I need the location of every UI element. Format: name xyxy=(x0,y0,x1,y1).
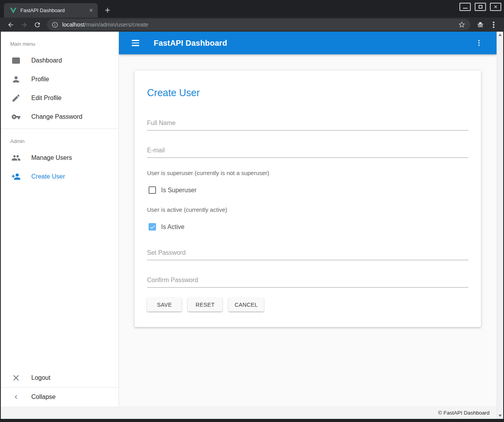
sidebar-item-label: Collapse xyxy=(31,393,56,401)
form-buttons: SAVE RESET CANCEL xyxy=(147,298,468,311)
close-icon xyxy=(11,373,21,383)
sidebar-item-collapse[interactable]: Collapse xyxy=(1,388,118,406)
save-button[interactable]: SAVE xyxy=(147,298,182,311)
window-close-button[interactable]: ✕ xyxy=(490,3,501,11)
dashboard-icon xyxy=(11,56,21,65)
arrow-back-icon xyxy=(7,21,14,29)
scroll-up-arrow-icon[interactable] xyxy=(499,34,502,36)
copyright-text: © FastAPI Dashboard xyxy=(438,410,490,416)
minimize-button[interactable] xyxy=(459,3,471,11)
arrow-forward-icon xyxy=(20,21,28,29)
pencil-icon xyxy=(11,93,21,103)
window-controls: ✕ xyxy=(459,3,501,11)
main-area: FastAPI Dashboard Create User User is su… xyxy=(119,32,497,406)
page-footer: © FastAPI Dashboard xyxy=(1,406,497,419)
chevron-left-icon xyxy=(11,392,21,402)
sidebar-item-label: Change Password xyxy=(31,113,83,120)
address-bar[interactable]: localhost/main/admin/users/create xyxy=(47,19,470,30)
sidebar-bottom: Logout Collapse xyxy=(1,368,118,406)
set-password-field-wrapper xyxy=(147,248,468,260)
minimize-icon xyxy=(463,8,468,9)
checkbox-unchecked-icon[interactable] xyxy=(149,186,156,194)
reload-icon xyxy=(34,21,41,29)
forward-button[interactable] xyxy=(18,19,29,30)
tab-close-icon[interactable]: ✕ xyxy=(88,7,95,14)
close-icon: ✕ xyxy=(493,4,498,9)
sidebar-item-logout[interactable]: Logout xyxy=(1,368,118,387)
person-add-icon xyxy=(11,172,21,181)
sidebar-section-header: Main menu xyxy=(1,36,118,51)
content-area: Create User User is superuser (currently… xyxy=(119,71,497,327)
sidebar-item-dashboard[interactable]: Dashboard xyxy=(1,51,118,70)
tab-title: FastAPI Dashboard xyxy=(20,7,88,13)
new-tab-button[interactable]: + xyxy=(102,4,113,16)
full-name-input[interactable] xyxy=(147,118,468,131)
page-title: Create User xyxy=(147,87,468,98)
sidebar-item-label: Profile xyxy=(31,76,49,83)
checkbox-checked-icon[interactable] xyxy=(149,223,156,231)
is-superuser-checkbox-row[interactable]: Is Superuser xyxy=(147,186,468,194)
email-input[interactable] xyxy=(147,145,468,158)
sidebar-section-header: Admin xyxy=(1,134,118,148)
sidebar-item-profile[interactable]: Profile xyxy=(1,70,118,89)
reload-button[interactable] xyxy=(32,19,43,30)
scroll-down-arrow-icon[interactable] xyxy=(499,415,502,417)
kebab-menu-icon xyxy=(475,39,483,47)
browser-toolbar: localhost/main/admin/users/create xyxy=(0,18,504,32)
sidebar-divider xyxy=(1,129,118,129)
incognito-indicator xyxy=(475,19,486,30)
sidebar-item-change-password[interactable]: Change Password xyxy=(1,107,118,126)
superuser-hint: User is superuser (currently is not a su… xyxy=(147,170,468,176)
sidebar-item-edit-profile[interactable]: Edit Profile xyxy=(1,89,118,107)
vertical-scrollbar[interactable] xyxy=(497,32,503,419)
browser-menu-button[interactable] xyxy=(488,19,499,30)
cancel-button[interactable]: CANCEL xyxy=(228,298,264,311)
maximize-button[interactable] xyxy=(475,3,486,11)
sidebar-item-label: Dashboard xyxy=(31,57,62,64)
create-user-card: Create User User is superuser (currently… xyxy=(135,71,481,327)
sidebar-item-label: Edit Profile xyxy=(31,95,61,102)
person-icon xyxy=(11,75,21,84)
hamburger-icon xyxy=(132,40,139,41)
sidebar-item-label: Logout xyxy=(31,374,50,381)
bookmark-button[interactable] xyxy=(458,21,466,29)
key-icon xyxy=(11,112,21,122)
people-icon xyxy=(11,153,21,163)
browser-window: FastAPI Dashboard ✕ + ✕ localhost/main/a xyxy=(0,0,504,422)
full-name-field-wrapper xyxy=(147,118,468,131)
confirm-password-input[interactable] xyxy=(147,275,468,288)
page-viewport: Main menu Dashboard Profile Edit Profile xyxy=(1,32,503,419)
checkbox-label: Is Active xyxy=(161,224,185,231)
sidebar-item-create-user[interactable]: Create User xyxy=(1,167,118,186)
sidebar-item-manage-users[interactable]: Manage Users xyxy=(1,148,118,167)
star-icon xyxy=(458,21,466,29)
incognito-icon xyxy=(476,21,484,29)
hamburger-menu-button[interactable] xyxy=(128,36,142,50)
sidebar: Main menu Dashboard Profile Edit Profile xyxy=(1,32,119,406)
back-button[interactable] xyxy=(5,19,16,30)
url-text: localhost/main/admin/users/create xyxy=(62,21,148,28)
email-field-wrapper xyxy=(147,145,468,158)
app-bar-title: FastAPI Dashboard xyxy=(154,39,227,48)
browser-titlebar: FastAPI Dashboard ✕ + ✕ xyxy=(0,0,504,18)
is-active-checkbox-row[interactable]: Is Active xyxy=(147,223,468,231)
info-icon[interactable] xyxy=(52,21,58,28)
app-bar-menu-button[interactable] xyxy=(473,37,485,49)
browser-tab[interactable]: FastAPI Dashboard ✕ xyxy=(4,3,98,18)
checkbox-label: Is Superuser xyxy=(161,187,197,194)
active-hint: User is active (currently active) xyxy=(147,206,468,213)
url-path: /main/admin/users/create xyxy=(84,21,148,28)
sidebar-item-label: Manage Users xyxy=(31,154,72,161)
kebab-menu-icon xyxy=(490,21,498,29)
sidebar-item-label: Create User xyxy=(31,173,65,180)
reset-button[interactable]: RESET xyxy=(188,298,222,311)
url-host: localhost xyxy=(62,21,84,28)
app-bar: FastAPI Dashboard xyxy=(119,32,497,54)
maximize-icon xyxy=(479,5,482,9)
vue-logo-icon xyxy=(10,7,16,14)
set-password-input[interactable] xyxy=(147,248,468,260)
confirm-password-field-wrapper xyxy=(147,275,468,288)
